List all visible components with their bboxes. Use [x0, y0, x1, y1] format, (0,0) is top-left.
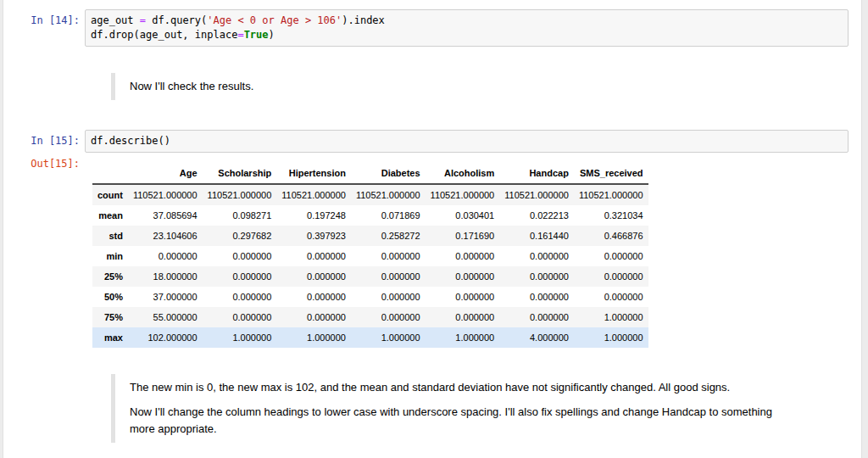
table-cell: 0.000000 [203, 307, 277, 327]
row-label: 50% [92, 287, 128, 307]
table-cell: 0.297682 [203, 226, 277, 246]
markdown-prompt-spacer-2 [3, 374, 85, 378]
table-cell: 18.000000 [128, 266, 203, 287]
table-cell: 0.000000 [574, 287, 648, 307]
table-cell: 23.104606 [128, 226, 203, 246]
blockquote: The new min is 0, the new max is 102, an… [111, 374, 793, 443]
table-cell: 37.000000 [128, 287, 203, 307]
notebook-container: In [14]: age_out = df.query('Age < 0 or … [3, 0, 862, 458]
markdown-rendered-2: The new min is 0, the new max is 102, an… [85, 374, 849, 443]
table-cell: 0.000000 [426, 307, 500, 327]
code-token: True [244, 29, 269, 41]
table-cell: 0.000000 [276, 287, 351, 307]
code-token: ) [269, 29, 275, 41]
blockquote: Now I'll check the results. [111, 73, 793, 100]
markdown-text-2a: The new min is 0, the new max is 102, an… [130, 379, 793, 396]
markdown-rendered-1: Now I'll check the results. [85, 73, 849, 100]
code-line: df.describe() [91, 134, 843, 148]
table-cell: 0.000000 [499, 287, 574, 307]
table-cell: 0.000000 [426, 246, 500, 266]
code-editor-14[interactable]: age_out = df.query('Age < 0 or Age > 106… [85, 9, 849, 47]
table-cell: 0.466876 [574, 226, 648, 246]
table-cell: 0.000000 [128, 246, 203, 266]
table-cell: 37.085694 [128, 205, 203, 226]
table-cell: 1.000000 [203, 327, 277, 348]
table-cell: 110521.000000 [276, 184, 351, 205]
table-cell: 0.321034 [574, 205, 648, 226]
table-cell: 0.000000 [351, 287, 426, 307]
table-row: mean37.0856940.0982710.1972480.0718690.0… [92, 205, 648, 226]
table-cell: 0.258272 [351, 226, 426, 246]
markdown-prompt-spacer-1 [3, 73, 85, 77]
table-cell: 110521.000000 [574, 184, 648, 205]
table-row: 75%55.0000000.0000000.0000000.0000000.00… [92, 307, 648, 327]
table-cell: 0.000000 [574, 246, 648, 266]
column-header: Age [128, 164, 203, 184]
output-area-15: AgeScholarshipHipertensionDiabetesAlcoho… [85, 154, 861, 348]
markdown-cell-1[interactable]: Now I'll check the results. [3, 73, 861, 100]
table-cell: 0.171690 [426, 226, 500, 246]
table-row: max102.0000001.0000001.0000001.0000001.0… [92, 327, 648, 348]
row-label: min [92, 246, 128, 266]
table-cell: 0.397923 [276, 226, 351, 246]
code-line: df.drop(age_out, inplace=True) [91, 28, 843, 42]
table-cell: 0.030401 [426, 205, 500, 226]
table-row: std23.1046060.2976820.3979230.2582720.17… [92, 226, 648, 246]
table-row: 25%18.0000000.0000000.0000000.0000000.00… [92, 266, 648, 287]
code-cell-15[interactable]: In [15]: df.describe() [3, 130, 861, 153]
table-cell: 110521.000000 [203, 184, 277, 205]
code-token: ).index [342, 14, 385, 26]
table-row: 50%37.0000000.0000000.0000000.0000000.00… [92, 287, 648, 307]
table-header-row: AgeScholarshipHipertensionDiabetesAlcoho… [92, 164, 648, 184]
code-line: age_out = df.query('Age < 0 or Age > 106… [91, 14, 843, 28]
code-cell-14[interactable]: In [14]: age_out = df.query('Age < 0 or … [3, 9, 861, 47]
table-cell: 1.000000 [426, 327, 500, 348]
code-token: age_out [91, 14, 140, 26]
table-cell: 0.000000 [574, 266, 648, 287]
input-prompt-14: In [14]: [3, 9, 85, 27]
table-cell: 0.000000 [203, 246, 277, 266]
table-cell: 0.000000 [203, 287, 277, 307]
table-cell: 0.000000 [351, 246, 426, 266]
table-cell: 102.000000 [128, 327, 203, 348]
table-cell: 0.161440 [499, 226, 574, 246]
table-row: min0.0000000.0000000.0000000.0000000.000… [92, 246, 648, 266]
table-cell: 110521.000000 [128, 184, 203, 205]
row-label: 25% [92, 266, 128, 287]
column-header: Diabetes [351, 164, 426, 184]
table-cell: 4.000000 [499, 327, 574, 348]
table-cell: 0.000000 [351, 307, 426, 327]
table-cell: 0.000000 [499, 266, 574, 287]
table-corner-cell [92, 164, 128, 184]
column-header: Alcoholism [426, 164, 500, 184]
row-label: std [92, 226, 128, 246]
table-cell: 110521.000000 [499, 184, 574, 205]
column-header: Hipertension [276, 164, 351, 184]
table-cell: 0.000000 [276, 266, 351, 287]
describe-table: AgeScholarshipHipertensionDiabetesAlcoho… [92, 164, 648, 348]
code-token: df.describe() [91, 135, 170, 147]
markdown-cell-2[interactable]: The new min is 0, the new max is 102, an… [3, 374, 861, 443]
table-cell: 1.000000 [574, 307, 648, 327]
table-cell: 0.000000 [203, 266, 277, 287]
column-header: Scholarship [203, 164, 277, 184]
input-prompt-15: In [15]: [3, 130, 85, 148]
table-cell: 1.000000 [351, 327, 426, 348]
code-token: = [237, 29, 243, 41]
table-cell: 0.098271 [203, 205, 277, 226]
output-cell-15: Out[15]: AgeScholarshipHipertensionDiabe… [3, 154, 861, 348]
table-cell: 110521.000000 [351, 184, 426, 205]
column-header: Handcap [499, 164, 574, 184]
table-cell: 0.197248 [276, 205, 351, 226]
code-token: df.drop(age_out, inplace [91, 29, 237, 41]
code-editor-15[interactable]: df.describe() [85, 130, 849, 153]
table-cell: 0.000000 [276, 307, 351, 327]
markdown-text-2b: Now I'll change the column headings to l… [130, 404, 793, 438]
table-cell: 1.000000 [574, 327, 648, 348]
table-cell: 0.000000 [499, 307, 574, 327]
table-cell: 110521.000000 [426, 184, 500, 205]
row-label: max [92, 327, 128, 348]
table-cell: 0.000000 [426, 287, 500, 307]
row-label: 75% [92, 307, 128, 327]
row-label: count [92, 184, 128, 205]
